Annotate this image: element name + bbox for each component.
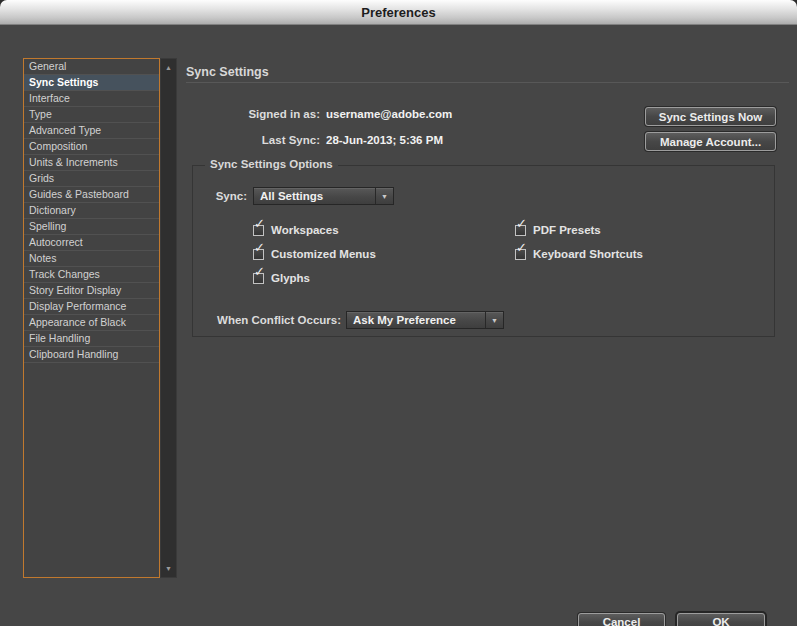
checkmark-icon: ✓: [254, 241, 265, 254]
sync-dropdown-value: All Settings: [254, 188, 375, 204]
scroll-up-button[interactable]: ▲: [161, 61, 176, 74]
sidebar-scrollbar[interactable]: ▲ ▼: [160, 58, 177, 578]
checkbox-label: Workspaces: [271, 224, 339, 236]
checkbox-box[interactable]: ✓: [515, 225, 526, 236]
checkbox-keyboard-shortcuts[interactable]: ✓ Keyboard Shortcuts: [515, 247, 643, 261]
preferences-dialog: Preferences General Sync Settings Interf…: [0, 0, 797, 626]
checkbox-glyphs[interactable]: ✓ Glyphs: [253, 271, 310, 285]
sidebar-item-advanced-type[interactable]: Advanced Type: [24, 123, 159, 139]
checkbox-label: Customized Menus: [271, 248, 376, 260]
sidebar-item-clipboard-handling[interactable]: Clipboard Handling: [24, 347, 159, 363]
dropdown-arrow-icon: ▼: [485, 312, 503, 328]
sync-settings-now-button[interactable]: Sync Settings Now: [645, 107, 776, 126]
sidebar-item-autocorrect[interactable]: Autocorrect: [24, 235, 159, 251]
checkmark-icon: ✓: [254, 265, 265, 278]
page-title: Sync Settings: [186, 65, 269, 79]
sidebar-item-sync-settings[interactable]: Sync Settings: [24, 75, 159, 91]
scroll-up-icon: ▲: [165, 64, 172, 71]
checkbox-box[interactable]: ✓: [253, 249, 264, 260]
sidebar-item-notes[interactable]: Notes: [24, 251, 159, 267]
checkbox-box[interactable]: ✓: [253, 273, 264, 284]
sidebar-item-type[interactable]: Type: [24, 107, 159, 123]
manage-account-button[interactable]: Manage Account...: [645, 132, 776, 151]
conflict-dropdown-value: Ask My Preference: [347, 312, 485, 328]
checkmark-icon: ✓: [516, 217, 527, 230]
group-legend: Sync Settings Options: [205, 158, 338, 170]
titlebar: Preferences: [0, 0, 797, 25]
sidebar-item-dictionary[interactable]: Dictionary: [24, 203, 159, 219]
sync-dropdown[interactable]: All Settings ▼: [253, 187, 394, 205]
last-sync-label: Last Sync:: [186, 131, 320, 149]
sidebar-item-units-increments[interactable]: Units & Increments: [24, 155, 159, 171]
dropdown-arrow-icon: ▼: [375, 188, 393, 204]
last-sync-value: 28-Jun-2013; 5:36 PM: [326, 131, 443, 149]
scroll-down-button[interactable]: ▼: [161, 562, 176, 575]
sidebar-item-display-performance[interactable]: Display Performance: [24, 299, 159, 315]
conflict-dropdown[interactable]: Ask My Preference ▼: [346, 311, 504, 329]
sidebar-item-spelling[interactable]: Spelling: [24, 219, 159, 235]
sidebar-item-appearance-of-black[interactable]: Appearance of Black: [24, 315, 159, 331]
window-title: Preferences: [361, 5, 435, 20]
checkbox-label: Glyphs: [271, 272, 310, 284]
sidebar-item-general[interactable]: General: [24, 59, 159, 75]
checkbox-box[interactable]: ✓: [253, 225, 264, 236]
conflict-label: When Conflict Occurs:: [179, 311, 341, 329]
signed-in-value: username@adobe.com: [326, 105, 452, 123]
sidebar-item-file-handling[interactable]: File Handling: [24, 331, 159, 347]
sidebar-item-guides-pasteboard[interactable]: Guides & Pasteboard: [24, 187, 159, 203]
sidebar-item-grids[interactable]: Grids: [24, 171, 159, 187]
signed-in-row: Signed in as: username@adobe.com: [186, 105, 606, 123]
sidebar-item-track-changes[interactable]: Track Changes: [24, 267, 159, 283]
checkmark-icon: ✓: [516, 241, 527, 254]
last-sync-row: Last Sync: 28-Jun-2013; 5:36 PM: [186, 131, 606, 149]
sync-label: Sync:: [193, 187, 247, 205]
sidebar-item-composition[interactable]: Composition: [24, 139, 159, 155]
scroll-down-icon: ▼: [165, 565, 172, 572]
checkbox-label: PDF Presets: [533, 224, 601, 236]
ok-button[interactable]: OK: [677, 613, 765, 626]
dialog-content: General Sync Settings Interface Type Adv…: [0, 25, 797, 626]
preferences-category-list: General Sync Settings Interface Type Adv…: [23, 58, 160, 578]
cancel-button[interactable]: Cancel: [578, 613, 665, 626]
signed-in-label: Signed in as:: [186, 105, 320, 123]
sidebar-item-story-editor-display[interactable]: Story Editor Display: [24, 283, 159, 299]
checkbox-label: Keyboard Shortcuts: [533, 248, 643, 260]
heading-divider: [186, 82, 789, 83]
checkbox-workspaces[interactable]: ✓ Workspaces: [253, 223, 339, 237]
checkbox-pdf-presets[interactable]: ✓ PDF Presets: [515, 223, 601, 237]
checkbox-customized-menus[interactable]: ✓ Customized Menus: [253, 247, 376, 261]
sync-settings-options-group: Sync Settings Options Sync: All Settings…: [192, 165, 775, 337]
checkmark-icon: ✓: [254, 217, 265, 230]
sidebar-item-interface[interactable]: Interface: [24, 91, 159, 107]
checkbox-box[interactable]: ✓: [515, 249, 526, 260]
